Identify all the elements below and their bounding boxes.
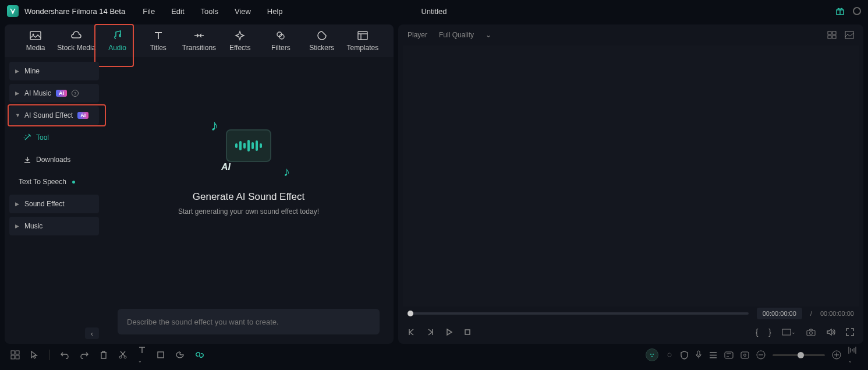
sidebar-item-downloads[interactable]: Downloads bbox=[9, 150, 99, 169]
cursor-icon[interactable] bbox=[30, 350, 38, 360]
list-icon[interactable] bbox=[709, 351, 717, 359]
titlebar: Wondershare Filmora 14 Beta File Edit To… bbox=[0, 0, 868, 22]
prev-frame-button[interactable] bbox=[408, 328, 416, 336]
text-tool-icon[interactable]: ⌄ bbox=[138, 346, 146, 364]
volume-button[interactable] bbox=[826, 328, 835, 336]
shield-icon[interactable] bbox=[681, 351, 688, 360]
sidebar-item-music[interactable]: ▶Music bbox=[9, 217, 99, 235]
fullscreen-button[interactable] bbox=[846, 328, 854, 336]
crop-button[interactable] bbox=[157, 351, 165, 359]
cloud-icon bbox=[70, 30, 82, 41]
sidebar-item-mine[interactable]: ▶Mine bbox=[9, 62, 99, 80]
app-icon bbox=[7, 5, 19, 17]
svg-rect-16 bbox=[807, 330, 815, 336]
scrubber-thumb[interactable] bbox=[408, 311, 413, 316]
svg-point-17 bbox=[810, 332, 813, 334]
library-panel: Media Stock Media Audio Titles Transitio… bbox=[5, 24, 394, 344]
adjustment-icon[interactable] bbox=[724, 351, 734, 359]
sound-effect-prompt-input[interactable] bbox=[118, 309, 380, 334]
sidebar-item-ai-music[interactable]: ▶AI MusicAI? bbox=[9, 84, 99, 103]
playback-scrubber[interactable] bbox=[408, 312, 749, 315]
menu-file[interactable]: File bbox=[143, 7, 155, 16]
quality-selector[interactable]: Full Quality⌄ bbox=[439, 31, 491, 39]
image-view-icon[interactable] bbox=[845, 31, 854, 39]
zoom-thumb[interactable] bbox=[798, 352, 804, 358]
tab-titles[interactable]: Titles bbox=[138, 24, 179, 57]
svg-rect-9 bbox=[828, 31, 831, 34]
chevron-down-icon: ⌄ bbox=[486, 31, 491, 39]
ai-label: AI bbox=[221, 162, 231, 172]
mic-icon[interactable] bbox=[695, 350, 702, 360]
marker-icon[interactable] bbox=[741, 351, 749, 359]
record-icon[interactable] bbox=[853, 7, 861, 15]
sparkle-icon bbox=[235, 30, 245, 41]
generate-title: Generate AI Sound Effect bbox=[193, 191, 305, 203]
sidebar-item-ai-sound-effect[interactable]: ▼AI Sound EffectAI bbox=[9, 106, 99, 125]
tab-stickers[interactable]: Stickers bbox=[302, 24, 342, 57]
sidebar-item-sound-effect[interactable]: ▶Sound Effect bbox=[9, 195, 99, 213]
waveform-icon bbox=[235, 140, 262, 151]
snapshot-button[interactable] bbox=[806, 329, 816, 336]
mark-out-button[interactable]: } bbox=[768, 327, 771, 337]
svg-point-27 bbox=[668, 353, 671, 357]
menu-tools[interactable]: Tools bbox=[201, 7, 218, 16]
sticker-icon bbox=[317, 30, 327, 41]
svg-point-22 bbox=[119, 356, 122, 358]
audio-sidebar: ▶Mine ▶AI MusicAI? ▼AI Sound EffectAI To… bbox=[5, 57, 104, 344]
svg-rect-2 bbox=[30, 31, 41, 40]
svg-rect-18 bbox=[11, 351, 15, 354]
help-icon[interactable]: ? bbox=[72, 90, 79, 97]
ai-assistant-button[interactable] bbox=[646, 348, 658, 361]
svg-rect-21 bbox=[16, 355, 19, 359]
redo-button[interactable] bbox=[80, 351, 89, 359]
sidebar-item-tts[interactable]: Text To Speech bbox=[9, 172, 99, 191]
step-back-button[interactable] bbox=[426, 328, 434, 336]
template-icon bbox=[357, 30, 368, 41]
total-time: 00:00:00:00 bbox=[820, 310, 854, 317]
music-note-icon bbox=[112, 30, 123, 41]
zoom-out-button[interactable] bbox=[756, 350, 766, 360]
svg-rect-28 bbox=[697, 351, 700, 355]
ai-illustration: ♪ AI ♪ bbox=[211, 121, 286, 174]
tab-audio[interactable]: Audio bbox=[97, 24, 137, 57]
tab-filters[interactable]: Filters bbox=[260, 24, 301, 57]
zoom-in-button[interactable] bbox=[832, 350, 841, 360]
stop-button[interactable] bbox=[463, 328, 472, 336]
mark-in-button[interactable]: { bbox=[756, 327, 759, 337]
gift-icon[interactable] bbox=[835, 6, 845, 16]
tab-effects[interactable]: Effects bbox=[219, 24, 260, 57]
sidebar-item-tool[interactable]: Tool bbox=[9, 128, 99, 147]
delete-button[interactable] bbox=[100, 350, 108, 360]
zoom-slider[interactable] bbox=[773, 354, 825, 356]
video-viewport[interactable] bbox=[403, 45, 859, 306]
grid-view-icon[interactable] bbox=[827, 31, 837, 39]
image-icon bbox=[30, 30, 41, 41]
svg-rect-13 bbox=[845, 31, 853, 38]
layout-icon[interactable] bbox=[10, 350, 20, 360]
tab-stock-media[interactable]: Stock Media bbox=[56, 24, 97, 57]
display-mode-button[interactable]: ⌄ bbox=[782, 329, 796, 336]
fit-timeline-button[interactable]: ⌄ bbox=[848, 346, 858, 364]
svg-rect-24 bbox=[158, 352, 164, 358]
chevron-down-icon: ⌄ bbox=[791, 329, 796, 335]
menu-help[interactable]: Help bbox=[267, 7, 283, 16]
menu-view[interactable]: View bbox=[235, 7, 251, 16]
svg-rect-11 bbox=[828, 36, 831, 38]
link-button[interactable] bbox=[195, 350, 204, 360]
brightness-icon[interactable] bbox=[665, 351, 674, 359]
wand-icon bbox=[23, 133, 31, 142]
new-indicator bbox=[72, 181, 75, 184]
time-separator: / bbox=[810, 310, 812, 317]
tab-media[interactable]: Media bbox=[15, 24, 56, 57]
collapse-sidebar-button[interactable]: ‹ bbox=[85, 327, 99, 339]
tab-templates[interactable]: Templates bbox=[342, 24, 383, 57]
undo-button[interactable] bbox=[60, 351, 69, 359]
player-panel: Player Full Quality⌄ 00:00:00:00 / 00:00… bbox=[398, 24, 863, 344]
color-button[interactable] bbox=[175, 351, 185, 359]
split-button[interactable] bbox=[118, 350, 127, 360]
play-button[interactable] bbox=[445, 328, 453, 336]
tab-transitions[interactable]: Transitions bbox=[179, 24, 219, 57]
menu-edit[interactable]: Edit bbox=[171, 7, 184, 16]
chevron-right-icon: ▶ bbox=[15, 201, 20, 207]
download-icon bbox=[23, 156, 31, 164]
